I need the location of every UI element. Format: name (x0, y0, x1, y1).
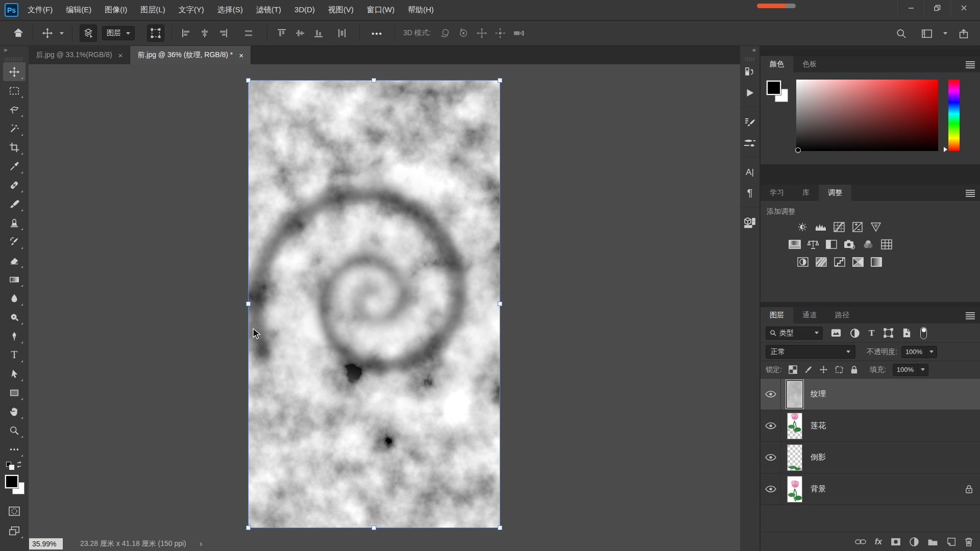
new-group-button[interactable] (927, 538, 938, 546)
share-button[interactable] (957, 27, 971, 41)
hue-slider-handle[interactable] (944, 147, 947, 152)
type-tool[interactable]: T (3, 345, 26, 364)
layer-name[interactable]: 倒影 (811, 453, 826, 462)
lock-transparency-icon[interactable] (789, 365, 797, 374)
tab-close-icon[interactable]: × (118, 51, 123, 60)
restore-button[interactable] (924, 0, 950, 15)
crop-tool[interactable] (3, 138, 26, 157)
workspace-switcher-button[interactable] (920, 27, 934, 41)
distribute-h-button[interactable] (241, 26, 256, 40)
layer-name[interactable]: 纹理 (811, 389, 826, 399)
opacity-field[interactable]: 100% (901, 346, 937, 358)
magic-wand-tool[interactable] (3, 119, 26, 138)
lasso-tool[interactable] (3, 100, 26, 119)
curves-button[interactable] (833, 222, 845, 232)
clone-stamp-tool[interactable] (3, 213, 26, 232)
menu-edit[interactable]: 编辑(E) (66, 5, 91, 15)
menu-select[interactable]: 选择(S) (217, 5, 243, 15)
collapse-panels-button[interactable]: « (740, 46, 760, 56)
tab-layers[interactable]: 图层 (761, 307, 793, 323)
panel-menu-icon[interactable] (966, 60, 975, 69)
zoom-level-field[interactable]: 35.99% (29, 538, 63, 549)
menu-view[interactable]: 视图(V) (328, 5, 354, 15)
visibility-toggle[interactable] (761, 442, 781, 473)
tools-grip[interactable] (5, 57, 23, 61)
threshold-button[interactable] (834, 257, 846, 267)
brushes-panel-button[interactable] (740, 133, 760, 153)
layer-row-background[interactable]: 背景 (761, 473, 980, 505)
saturation-brightness-field[interactable] (796, 80, 938, 151)
eyedropper-tool[interactable] (3, 157, 26, 176)
eraser-tool[interactable] (3, 251, 26, 270)
rectangular-marquee-tool[interactable] (3, 81, 26, 100)
hue-slider[interactable] (948, 80, 960, 151)
history-panel-button[interactable] (740, 62, 760, 83)
show-transform-controls-toggle[interactable] (147, 24, 164, 42)
properties-panel-button[interactable] (740, 212, 760, 233)
tab-close-icon[interactable]: × (239, 51, 243, 60)
menu-file[interactable]: 文件(F) (28, 5, 53, 15)
visibility-toggle[interactable] (761, 410, 781, 442)
filter-type-layers-icon[interactable]: T (869, 328, 874, 338)
visibility-toggle[interactable] (761, 473, 781, 505)
filter-smart-objects-icon[interactable] (902, 328, 911, 338)
home-button[interactable] (11, 26, 26, 40)
photoshop-logo[interactable]: Ps (5, 3, 18, 17)
auto-select-toggle[interactable] (80, 24, 97, 42)
brush-tool[interactable] (3, 194, 26, 213)
posterize-button[interactable] (815, 257, 827, 267)
history-brush-tool[interactable] (3, 232, 26, 251)
menu-type[interactable]: 文字(Y) (179, 5, 204, 15)
document-image[interactable] (248, 80, 500, 528)
layer-thumbnail[interactable] (787, 444, 802, 471)
panel-menu-icon[interactable] (966, 189, 975, 198)
search-button[interactable] (894, 27, 909, 41)
align-middle-v-button[interactable] (293, 26, 307, 40)
lock-all-icon[interactable] (850, 365, 858, 374)
gradient-tool[interactable] (3, 270, 26, 289)
filter-shape-layers-icon[interactable] (884, 328, 893, 338)
distribute-v-button[interactable] (335, 26, 349, 40)
layer-style-button[interactable]: fx (875, 537, 882, 546)
tools-expand-button[interactable]: » (0, 46, 29, 56)
spot-healing-brush-tool[interactable] (3, 176, 26, 194)
more-options-button[interactable]: ••• (367, 26, 387, 40)
black-white-button[interactable] (825, 239, 838, 249)
3d-rotate-button[interactable] (438, 26, 452, 40)
color-picker-handle[interactable] (795, 147, 801, 153)
align-left-button[interactable] (179, 26, 193, 40)
foreground-background-swatches[interactable] (3, 474, 26, 497)
filter-toggle-switch[interactable] (920, 327, 927, 339)
default-swap-colors[interactable] (3, 460, 26, 473)
layer-row-texture[interactable]: 纹理 (761, 379, 980, 410)
menu-3d[interactable]: 3D(D) (295, 5, 315, 15)
paragraph-panel-button[interactable]: ¶ (740, 183, 760, 203)
layer-thumbnail[interactable] (787, 381, 802, 408)
invert-button[interactable] (797, 257, 809, 267)
color-balance-button[interactable] (807, 239, 819, 249)
character-panel-button[interactable]: A| (740, 162, 760, 183)
tab-adjustments[interactable]: 调整 (819, 185, 851, 201)
add-adjustment-layer-button[interactable] (910, 537, 919, 546)
tab-color[interactable]: 颜色 (761, 56, 793, 72)
close-button[interactable] (950, 0, 977, 15)
move-tool[interactable] (3, 62, 26, 81)
screen-mode-button[interactable] (3, 521, 26, 540)
menu-help[interactable]: 帮助(H) (408, 5, 434, 15)
rectangle-shape-tool[interactable] (3, 383, 26, 402)
tab-swatches[interactable]: 色板 (793, 56, 826, 72)
hue-saturation-button[interactable] (789, 239, 801, 249)
swap-colors-icon[interactable] (15, 461, 23, 469)
workspace-caret-icon[interactable] (943, 32, 947, 35)
3d-camera-button[interactable] (511, 26, 526, 40)
lock-position-icon[interactable] (819, 365, 828, 374)
document-tab-front[interactable]: 前.jpg @ 36% (纹理, RGB/8) * × (130, 46, 251, 64)
layer-name[interactable]: 莲花 (811, 421, 826, 431)
lock-pixels-icon[interactable] (804, 365, 813, 374)
blend-mode-dropdown[interactable]: 正常 (766, 345, 855, 359)
new-layer-button[interactable] (947, 537, 956, 546)
exposure-button[interactable] (851, 222, 864, 232)
move-tool-indicator[interactable] (40, 26, 55, 40)
edit-toolbar-button[interactable] (3, 440, 26, 459)
menu-window[interactable]: 窗口(W) (367, 5, 395, 15)
